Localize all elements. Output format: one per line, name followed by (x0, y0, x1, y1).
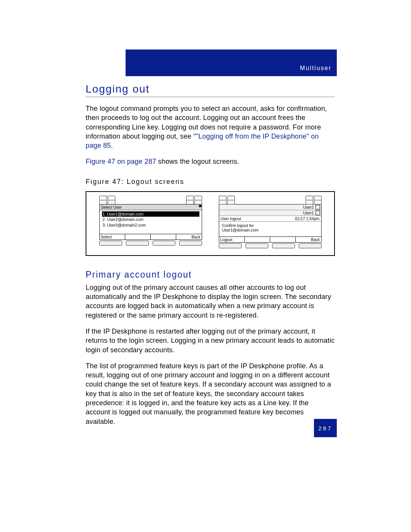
softkey-empty (270, 237, 296, 242)
phone-icon (315, 211, 320, 215)
list-item[interactable]: 1. User1@domain.com (102, 211, 199, 217)
lcd-select-user: Select User 1. User1@domain.com 2. User2… (99, 204, 202, 240)
header-section-label: Multiuser (300, 65, 331, 72)
hard-softkey (299, 243, 322, 248)
line-label-user1: User1 (219, 210, 321, 216)
lcd-line-labels: User2 User1 (219, 204, 322, 216)
content-column: Logging out The logout command prompts y… (86, 83, 335, 426)
para1-tail: . (111, 142, 113, 149)
line-key (314, 200, 322, 204)
status-left: User logout (221, 216, 241, 221)
paragraph-3: Logging out of the primary account cause… (86, 283, 335, 320)
page-number: 287 (314, 419, 337, 437)
bottom-softkeys-a (99, 241, 202, 246)
paragraph-1: The logout command prompts you to select… (86, 104, 335, 150)
page-title: Logging out (86, 83, 335, 97)
softkey-empty (151, 234, 176, 240)
subheading-primary-account-logout: Primary account logout (86, 270, 335, 280)
hard-softkey (245, 243, 268, 248)
line-label-text: User2 (303, 205, 314, 209)
line-label-text: User1 (303, 211, 314, 215)
figure-47: Select User 1. User1@domain.com 2. User2… (86, 191, 335, 256)
softkey-row-b: Logout Back (219, 236, 321, 242)
paragraph-4: If the IP Deskphone is restarted after l… (86, 327, 335, 355)
hard-softkey (126, 241, 149, 246)
softkey-empty (125, 234, 151, 240)
presence-icon (315, 205, 320, 209)
link-figure-47[interactable]: Figure 47 on page 287 (86, 158, 156, 165)
hard-softkey (219, 243, 242, 248)
softkey-back[interactable]: Back (176, 234, 202, 240)
lcd-title: Select User (100, 204, 202, 210)
line-key (306, 200, 313, 204)
document-page: Multiuser Logging out The logout command… (0, 0, 411, 532)
para2-tail: shows the logout screens. (156, 158, 239, 165)
line-key (227, 200, 235, 204)
status-timestamp: 01/17 1:54pm (295, 216, 319, 221)
softkey-row: Select Back (100, 234, 202, 240)
header-banner: Multiuser (126, 50, 337, 76)
list-item[interactable]: 3. User3@domain2.com (102, 222, 199, 228)
paragraph-5: The list of programmed feature keys is p… (86, 361, 335, 426)
hard-softkey (179, 241, 202, 246)
lcd-body: 1. User1@domain.com 2. User2@domain.com … (100, 210, 202, 234)
page-number-text: 287 (318, 425, 332, 431)
hard-softkey (153, 241, 175, 246)
bottom-softkeys-b (219, 243, 322, 248)
line-key (219, 200, 226, 204)
hard-softkey (99, 241, 122, 246)
softkey-logout[interactable]: Logout (219, 237, 245, 242)
phone-screen-select-user: Select User 1. User1@domain.com 2. User2… (99, 196, 202, 248)
confirm-text-line1: Confirm logout for (222, 223, 318, 228)
softkey-empty (245, 237, 270, 242)
lcd-confirm: User logout 01/17 1:54pm Confirm logout … (219, 216, 322, 243)
softkey-select[interactable]: Select (100, 234, 125, 240)
confirm-text-line2: User1@domain.com (222, 228, 318, 232)
phone-screen-confirm-logout: User2 User1 User logout 01/17 1:54pm Con… (219, 196, 322, 248)
line-label-user2: User2 (219, 204, 321, 210)
paragraph-2: Figure 47 on page 287 shows the logout s… (86, 157, 335, 166)
hard-softkey (272, 243, 295, 248)
softkey-back[interactable]: Back (296, 237, 321, 242)
list-item[interactable]: 2. User2@domain.com (102, 217, 199, 222)
figure-caption: Figure 47: Logout screens (86, 178, 335, 186)
